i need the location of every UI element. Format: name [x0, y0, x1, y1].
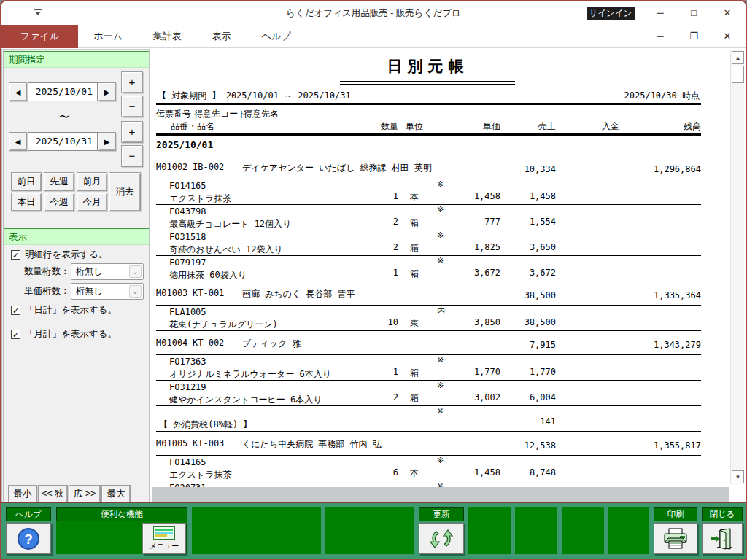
customer-sales: 10,334 [492, 164, 556, 174]
minimize-button[interactable]: ─ [643, 1, 677, 25]
price-digits-row: 単価桁数： 桁無し ⌄ [24, 283, 144, 300]
item-unit: 箱 [410, 392, 419, 405]
help-label: ヘルプ [6, 508, 51, 521]
item-tax-mark: ※ [437, 456, 444, 465]
horizontal-scrollbar[interactable] [152, 487, 729, 502]
item-sales: 1,770 [492, 367, 556, 377]
col-header-voucher: 伝票番号 [156, 108, 191, 120]
main-content: 期間指定 ◀ 2025/10/01 ▶ + − 〜 ◀ 2025/10/31 ▶… [1, 49, 746, 502]
item-qty: 1 [353, 268, 398, 278]
child-minimize-button[interactable]: ─ [643, 25, 677, 47]
report-area: 日別元帳 【 対象期間 】 2025/10/01 ～ 2025/10/31 20… [152, 49, 746, 502]
item-qty: 10 [353, 317, 398, 327]
rule [156, 103, 701, 105]
date-from-plus-button[interactable]: + [121, 71, 143, 93]
item-sales: 6,004 [492, 392, 556, 402]
vertical-scrollbar[interactable]: ▲ ▼ [730, 50, 744, 484]
date-from-field[interactable]: 2025/10/01 [28, 82, 98, 101]
ledger-customer-row: M01002IB-002デイケアセンター いたばし 総務課 村田 英明10,33… [156, 155, 701, 179]
price-digits-value: 桁無し [76, 285, 102, 298]
empty-slot [562, 508, 604, 554]
refresh-slot: 更新 [419, 508, 464, 554]
item-name: 健やかインスタントコーヒー 6本入り [169, 394, 322, 406]
width-button-2[interactable]: << 狭 [38, 485, 68, 503]
help-button[interactable]: ? [6, 523, 51, 554]
report-period: 【 対象期間 】 2025/10/01 ～ 2025/10/31 [158, 90, 351, 102]
ledger-item-row: FO31518※奇跡のおせんべい 12袋入り2箱1,8253,650 [156, 230, 701, 256]
date-from-next-button[interactable]: ▶ [98, 82, 116, 101]
date-to-minus-button[interactable]: − [121, 145, 143, 167]
qty-digits-row: 数量桁数： 桁無し ⌄ [24, 263, 144, 280]
refresh-button[interactable] [419, 523, 464, 554]
close-button[interactable]: ✕ [711, 1, 744, 25]
clear-button[interactable]: 消去 [109, 172, 141, 211]
quick-period-button-4[interactable]: 本日 [11, 192, 42, 211]
checkbox-daily-total[interactable]: ✓ 「日計」を表示する。 [11, 304, 117, 316]
menu-help[interactable]: ヘルプ [247, 25, 306, 48]
width-button-1[interactable]: 最小 [8, 485, 37, 503]
menu-bar: ファイル ホーム 集計表 表示 ヘルプ ─ ❐ ✕ [1, 25, 746, 48]
col-header-unit: 単位 [406, 120, 423, 133]
scroll-down-button[interactable]: ▼ [732, 470, 744, 483]
date-to-plus-button[interactable]: + [121, 121, 143, 143]
title-underline [340, 81, 515, 85]
child-close-button[interactable]: ✕ [711, 25, 744, 47]
ledger-rows: 2025/10/01M01002IB-002デイケアセンター いたばし 総務課 … [156, 136, 701, 494]
date-from-minus-button[interactable]: − [121, 96, 143, 117]
width-button-4[interactable]: 最大 [101, 485, 131, 503]
menu-view[interactable]: 表示 [197, 25, 247, 48]
ledger-customer-row: M01004KT-002ブティック 雅7,9151,343,279 [156, 331, 701, 355]
date-to-field[interactable]: 2025/10/31 [28, 132, 98, 151]
menu-icon [153, 526, 175, 540]
customer-voucher-no: M01005 [156, 438, 187, 448]
customer-voucher-no: M01003 [156, 288, 187, 298]
item-code: FO31219 [169, 382, 206, 392]
item-code: FO79197 [169, 257, 206, 268]
width-button-3[interactable]: 広 >> [69, 485, 101, 503]
ledger-item-row: FO43798※最高級チョコレート 12個入り2箱7771,554 [156, 205, 701, 230]
print-button[interactable] [654, 523, 697, 554]
date-from-prev-button[interactable]: ◀ [9, 82, 27, 101]
customer-name: デイケアセンター いたばし 総務課 村田 英明 [242, 162, 432, 174]
customer-balance: 1,296,864 [623, 164, 701, 174]
menu-file[interactable]: ファイル [1, 25, 78, 48]
chevron-down-icon: ⌄ [129, 265, 142, 278]
empty-slot [608, 508, 649, 554]
child-restore-button[interactable]: ❐ [677, 25, 711, 47]
signin-button[interactable]: サインイン [587, 7, 635, 20]
checkbox-icon: ✓ [11, 250, 20, 260]
close-slot: 閉じる [702, 508, 743, 554]
item-name: 最高級チョコレート 12個入り [169, 218, 291, 230]
quick-period-button-6[interactable]: 今月 [77, 192, 107, 211]
sidebar: 期間指定 ◀ 2025/10/01 ▶ + − 〜 ◀ 2025/10/31 ▶… [1, 49, 150, 502]
item-code: FO17363 [169, 357, 206, 367]
quick-period-button-1[interactable]: 前日 [11, 172, 42, 191]
maximize-button[interactable]: □ [677, 1, 711, 25]
checkbox-monthly-total[interactable]: ✓ 「月計」を表示する。 [11, 328, 117, 341]
scroll-up-button[interactable]: ▲ [732, 51, 744, 64]
quick-period-button-3[interactable]: 前月 [77, 172, 107, 191]
quick-period-button-2[interactable]: 先週 [44, 172, 74, 191]
col-header-deposit: 入金 [557, 120, 619, 133]
qty-digits-select[interactable]: 桁無し ⌄ [71, 263, 144, 280]
price-digits-select[interactable]: 桁無し ⌄ [71, 283, 144, 300]
date-to-prev-button[interactable]: ◀ [9, 132, 27, 151]
date-to-next-button[interactable]: ▶ [98, 132, 116, 151]
item-qty: 1 [353, 191, 398, 201]
close-form-button[interactable] [702, 523, 743, 554]
scrollbar-thumb[interactable] [732, 66, 744, 83]
period-section-header: 期間指定 [4, 51, 149, 68]
print-slot: 印刷 [654, 508, 697, 554]
item-name: 徳用抹茶 60袋入り [169, 269, 247, 281]
item-sales: 38,500 [492, 317, 556, 327]
menu-summary[interactable]: 集計表 [138, 25, 197, 48]
menu-home[interactable]: ホーム [78, 25, 138, 48]
customer-balance: 1,343,279 [623, 340, 701, 350]
item-name: エクストラ抹茶 [169, 469, 231, 481]
item-name: 花束(ナチュラルグリーン) [169, 319, 278, 331]
menu-button[interactable]: メニュー [142, 523, 186, 554]
item-qty: 2 [353, 217, 398, 227]
checkbox-show-details[interactable]: ✓ 明細行を表示する。 [11, 249, 107, 261]
quick-period-button-5[interactable]: 今週 [44, 192, 74, 211]
customer-code: KT-001 [193, 288, 224, 298]
